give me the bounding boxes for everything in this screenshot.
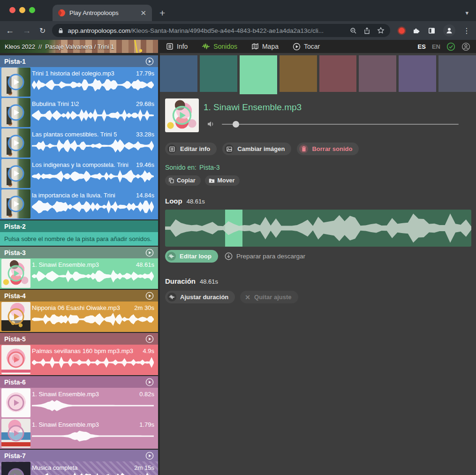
fullscreen-window-button[interactable] [29, 7, 35, 13]
change-image-button[interactable]: Cambiar imágen [222, 143, 291, 155]
recording-extension-icon[interactable] [399, 28, 405, 34]
clip-play-icon[interactable] [7, 264, 25, 282]
clip-thumbnail[interactable] [1, 388, 30, 417]
track-color-tabs [160, 55, 476, 94]
sound-clip[interactable]: 1. Sinawi Ensemble.mp31.79s [0, 418, 158, 449]
profile-avatar[interactable] [443, 24, 455, 37]
browser-tab[interactable]: Play Antropoloops ✕ [53, 5, 152, 21]
reload-button[interactable]: ↻ [39, 26, 45, 35]
edit-info-button[interactable]: Editar info [165, 143, 217, 155]
minimize-window-button[interactable] [19, 7, 25, 13]
sound-clip[interactable]: Musica completa2m 15s [0, 461, 158, 475]
volume-slider[interactable] [222, 121, 459, 128]
clip-thumbnail[interactable] [1, 128, 30, 158]
lang-en[interactable]: EN [432, 43, 440, 50]
clip-play-icon[interactable] [7, 424, 25, 442]
tab-search-chevron-icon[interactable]: ▾ [465, 9, 468, 16]
sound-clip[interactable]: Nipponia 06 Esashi Oiwake.mp32m 30s [0, 302, 158, 332]
remove-adjust-button[interactable]: ✕ Quitar ajuste [240, 291, 298, 303]
loop-waveform-panel[interactable] [165, 210, 471, 247]
sound-clip[interactable]: Trini 1 historia del colegio.mp317.79s [0, 67, 158, 98]
clip-thumbnail[interactable] [1, 462, 30, 475]
track-play-button[interactable] [145, 57, 154, 66]
track-header-pista-6[interactable]: Pista-6 [0, 376, 158, 388]
move-button[interactable]: Mover [205, 175, 240, 186]
track-color-tab-4[interactable] [280, 55, 317, 92]
clip-play-icon[interactable] [7, 351, 25, 369]
lang-es[interactable]: ES [418, 43, 426, 50]
clip-thumbnail[interactable] [1, 345, 30, 374]
forward-button[interactable]: → [23, 26, 31, 36]
browser-menu-icon[interactable]: ⋮ [463, 26, 470, 35]
tab-close-icon[interactable]: ✕ [140, 9, 146, 17]
sound-clip[interactable]: Bubulina Trini 1\229.68s [0, 98, 158, 128]
edit-loop-button[interactable]: Editar loop [165, 250, 218, 263]
track-header-pista-5[interactable]: Pista-5 [0, 333, 158, 345]
clip-play-icon[interactable] [7, 134, 25, 152]
back-button[interactable]: ← [6, 26, 14, 36]
clip-play-icon[interactable] [7, 165, 25, 182]
clip-play-icon[interactable] [7, 195, 25, 213]
clip-thumbnail[interactable] [1, 259, 30, 288]
clip-thumbnail[interactable] [1, 189, 30, 219]
breadcrumb-path[interactable]: Pasaje Valvanera / Trini 1 [45, 43, 114, 50]
play-overlay-icon[interactable] [172, 105, 192, 126]
clip-thumbnail[interactable] [1, 419, 30, 448]
track-color-tab-8[interactable] [438, 55, 476, 92]
clip-play-icon[interactable] [7, 467, 25, 475]
delete-sound-button[interactable]: Borrar sonido [297, 143, 359, 155]
clip-play-icon[interactable] [7, 73, 25, 91]
sound-clip[interactable]: 1. Sinawi Ensemble.mp30.82s [0, 388, 158, 418]
breadcrumb[interactable]: Kleos 2022 // Pasaje Valvanera / Trini 1 [0, 40, 158, 53]
zoom-out-icon[interactable] [350, 27, 357, 34]
track-color-tab-7[interactable] [399, 55, 436, 92]
tab-mapa[interactable]: Mapa [251, 43, 279, 50]
track-color-tab-2[interactable] [200, 55, 237, 92]
volume-slider-knob[interactable] [233, 121, 239, 128]
clip-thumbnail[interactable] [1, 159, 30, 188]
account-icon[interactable] [461, 42, 470, 51]
clip-thumbnail[interactable] [1, 302, 30, 331]
tab-tocar[interactable]: Tocar [293, 43, 320, 51]
clip-duration: 48.61s [136, 261, 154, 268]
track-header-pista-1[interactable]: Pista-1 [0, 55, 158, 67]
track-header-pista-3[interactable]: Pista-3 [0, 247, 158, 258]
clip-play-icon[interactable] [7, 104, 25, 121]
sound-clip[interactable]: la importancia de la lluvia. Trini14.84s [0, 189, 158, 219]
url-bar[interactable]: app.antropoloops.com/Kleos-Santa-Marina/… [52, 24, 390, 37]
share-icon[interactable] [363, 27, 370, 34]
tab-sonidos[interactable]: Sonidos [202, 43, 237, 50]
clip-thumbnail[interactable] [1, 68, 30, 97]
track-play-button[interactable] [145, 452, 154, 460]
tab-info[interactable]: Info [166, 43, 188, 50]
sound-location-track-link[interactable]: Pista-3 [199, 164, 220, 171]
new-tab-button[interactable]: + [159, 8, 165, 19]
bookmark-star-icon[interactable] [377, 27, 385, 34]
track-play-button[interactable] [145, 335, 154, 343]
prepare-download-button[interactable]: Preparar para descargar [225, 252, 305, 260]
breadcrumb-project[interactable]: Kleos 2022 [5, 43, 35, 50]
extensions-puzzle-icon[interactable] [412, 27, 420, 35]
clip-thumbnail[interactable] [1, 98, 30, 127]
sound-clip[interactable]: 1. Sinawi Ensemble.mp348.61s [0, 258, 158, 289]
track-header-pista-4[interactable]: Pista-4 [0, 290, 158, 302]
clip-play-icon[interactable] [7, 394, 25, 412]
track-color-tab-6[interactable] [359, 55, 396, 92]
copy-button[interactable]: Copiar [165, 175, 201, 186]
track-color-tab-5[interactable] [319, 55, 357, 92]
sound-thumbnail[interactable] [165, 98, 199, 132]
sound-clip[interactable]: Los indigenas y la compostela. Trini19.4… [0, 158, 158, 189]
sound-clip[interactable]: Palmas sevillanas 160 bpm mp3.mp34.9s [0, 345, 158, 375]
adjust-duration-button[interactable]: Ajustar duración [165, 291, 235, 303]
track-header-pista-2[interactable]: Pista-2 [0, 220, 158, 232]
side-panel-icon[interactable] [428, 27, 436, 35]
track-play-button[interactable] [145, 249, 154, 257]
track-color-tab-1[interactable] [160, 55, 197, 92]
close-window-button[interactable] [9, 7, 15, 13]
sound-clip[interactable]: Las plantas comestibles. Trini 533.28s [0, 128, 158, 158]
track-header-pista-7[interactable]: Pista-7 [0, 450, 158, 461]
track-color-tab-3[interactable] [240, 55, 277, 94]
track-play-button[interactable] [145, 292, 154, 300]
track-play-button[interactable] [145, 378, 154, 386]
clip-play-icon[interactable] [7, 308, 25, 325]
